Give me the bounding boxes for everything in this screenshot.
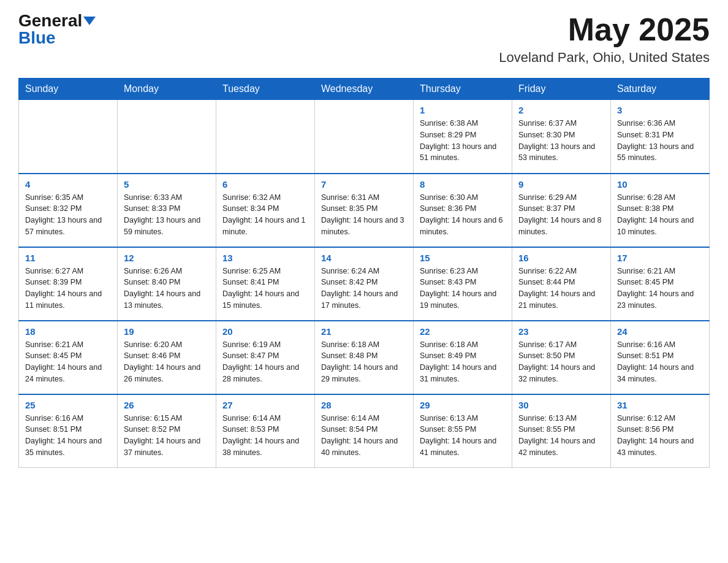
day-number: 7 [321, 179, 407, 190]
calendar-cell: 18Sunrise: 6:21 AM Sunset: 8:45 PM Dayli… [19, 321, 118, 394]
calendar-cell: 22Sunrise: 6:18 AM Sunset: 8:49 PM Dayli… [414, 321, 512, 394]
calendar-cell: 5Sunrise: 6:33 AM Sunset: 8:33 PM Daylig… [118, 174, 216, 247]
calendar-cell: 24Sunrise: 6:16 AM Sunset: 8:51 PM Dayli… [611, 321, 710, 394]
day-number: 11 [25, 253, 111, 263]
day-number: 30 [518, 400, 604, 410]
logo-general-text: General [18, 12, 82, 29]
calendar-week-row: 1Sunrise: 6:38 AM Sunset: 8:29 PM Daylig… [19, 100, 710, 174]
calendar-cell: 25Sunrise: 6:16 AM Sunset: 8:51 PM Dayli… [19, 394, 118, 468]
day-number: 4 [25, 179, 111, 190]
month-title: May 2025 [499, 12, 710, 47]
day-info: Sunrise: 6:17 AM Sunset: 8:50 PM Dayligh… [518, 339, 604, 385]
day-info: Sunrise: 6:14 AM Sunset: 8:53 PM Dayligh… [222, 413, 308, 459]
calendar-cell: 9Sunrise: 6:29 AM Sunset: 8:37 PM Daylig… [512, 174, 611, 247]
calendar-cell: 3Sunrise: 6:36 AM Sunset: 8:31 PM Daylig… [611, 100, 710, 174]
day-number: 21 [321, 326, 407, 337]
day-number: 23 [518, 326, 604, 337]
day-number: 1 [420, 105, 506, 115]
calendar-cell: 4Sunrise: 6:35 AM Sunset: 8:32 PM Daylig… [19, 174, 118, 247]
page-header: General Blue May 2025 Loveland Park, Ohi… [18, 12, 710, 66]
day-number: 13 [222, 253, 308, 263]
day-info: Sunrise: 6:13 AM Sunset: 8:55 PM Dayligh… [420, 413, 506, 459]
calendar-cell: 12Sunrise: 6:26 AM Sunset: 8:40 PM Dayli… [118, 247, 216, 321]
day-number: 26 [124, 400, 210, 410]
calendar-cell: 30Sunrise: 6:13 AM Sunset: 8:55 PM Dayli… [512, 394, 611, 468]
day-info: Sunrise: 6:33 AM Sunset: 8:33 PM Dayligh… [124, 192, 210, 238]
day-info: Sunrise: 6:12 AM Sunset: 8:56 PM Dayligh… [617, 413, 703, 459]
calendar-cell: 23Sunrise: 6:17 AM Sunset: 8:50 PM Dayli… [512, 321, 611, 394]
day-info: Sunrise: 6:26 AM Sunset: 8:40 PM Dayligh… [124, 266, 210, 312]
day-number: 2 [518, 105, 604, 115]
calendar-week-row: 11Sunrise: 6:27 AM Sunset: 8:39 PM Dayli… [19, 247, 710, 321]
calendar-week-row: 25Sunrise: 6:16 AM Sunset: 8:51 PM Dayli… [19, 394, 710, 468]
day-number: 24 [617, 326, 703, 337]
calendar-cell: 13Sunrise: 6:25 AM Sunset: 8:41 PM Dayli… [216, 247, 315, 321]
title-section: May 2025 Loveland Park, Ohio, United Sta… [499, 12, 710, 66]
day-of-week-header: Sunday [19, 79, 118, 100]
logo-triangle-icon [83, 17, 96, 25]
day-info: Sunrise: 6:24 AM Sunset: 8:42 PM Dayligh… [321, 266, 407, 312]
day-number: 22 [420, 326, 506, 337]
calendar-cell [216, 100, 315, 174]
calendar-cell: 19Sunrise: 6:20 AM Sunset: 8:46 PM Dayli… [118, 321, 216, 394]
day-info: Sunrise: 6:29 AM Sunset: 8:37 PM Dayligh… [518, 192, 604, 238]
day-of-week-header: Monday [118, 79, 216, 100]
day-number: 9 [518, 179, 604, 190]
day-number: 25 [25, 400, 111, 410]
day-info: Sunrise: 6:36 AM Sunset: 8:31 PM Dayligh… [617, 118, 703, 164]
day-info: Sunrise: 6:19 AM Sunset: 8:47 PM Dayligh… [222, 339, 308, 385]
day-of-week-header: Tuesday [216, 79, 315, 100]
day-info: Sunrise: 6:18 AM Sunset: 8:49 PM Dayligh… [420, 339, 506, 385]
day-info: Sunrise: 6:37 AM Sunset: 8:30 PM Dayligh… [518, 118, 604, 164]
day-info: Sunrise: 6:14 AM Sunset: 8:54 PM Dayligh… [321, 413, 407, 459]
location-title: Loveland Park, Ohio, United States [499, 50, 710, 66]
day-info: Sunrise: 6:18 AM Sunset: 8:48 PM Dayligh… [321, 339, 407, 385]
day-info: Sunrise: 6:35 AM Sunset: 8:32 PM Dayligh… [25, 192, 111, 238]
calendar-cell [315, 100, 414, 174]
day-info: Sunrise: 6:31 AM Sunset: 8:35 PM Dayligh… [321, 192, 407, 238]
day-number: 16 [518, 253, 604, 263]
logo: General Blue [18, 12, 96, 47]
day-info: Sunrise: 6:30 AM Sunset: 8:36 PM Dayligh… [420, 192, 506, 238]
calendar-cell: 31Sunrise: 6:12 AM Sunset: 8:56 PM Dayli… [611, 394, 710, 468]
day-number: 3 [617, 105, 703, 115]
calendar-cell [19, 100, 118, 174]
day-number: 8 [420, 179, 506, 190]
calendar-table: SundayMondayTuesdayWednesdayThursdayFrid… [18, 78, 710, 468]
calendar-cell: 2Sunrise: 6:37 AM Sunset: 8:30 PM Daylig… [512, 100, 611, 174]
day-number: 10 [617, 179, 703, 190]
day-number: 5 [124, 179, 210, 190]
day-info: Sunrise: 6:21 AM Sunset: 8:45 PM Dayligh… [617, 266, 703, 312]
day-of-week-header: Saturday [611, 79, 710, 100]
day-of-week-header: Thursday [414, 79, 512, 100]
day-number: 18 [25, 326, 111, 337]
day-number: 12 [124, 253, 210, 263]
calendar-cell: 26Sunrise: 6:15 AM Sunset: 8:52 PM Dayli… [118, 394, 216, 468]
calendar-cell: 28Sunrise: 6:14 AM Sunset: 8:54 PM Dayli… [315, 394, 414, 468]
day-info: Sunrise: 6:20 AM Sunset: 8:46 PM Dayligh… [124, 339, 210, 385]
day-info: Sunrise: 6:16 AM Sunset: 8:51 PM Dayligh… [25, 413, 111, 459]
day-of-week-header: Friday [512, 79, 611, 100]
calendar-cell: 15Sunrise: 6:23 AM Sunset: 8:43 PM Dayli… [414, 247, 512, 321]
calendar-cell: 21Sunrise: 6:18 AM Sunset: 8:48 PM Dayli… [315, 321, 414, 394]
calendar-cell: 17Sunrise: 6:21 AM Sunset: 8:45 PM Dayli… [611, 247, 710, 321]
calendar-cell: 27Sunrise: 6:14 AM Sunset: 8:53 PM Dayli… [216, 394, 315, 468]
logo-blue-text: Blue [18, 29, 56, 47]
calendar-cell: 6Sunrise: 6:32 AM Sunset: 8:34 PM Daylig… [216, 174, 315, 247]
day-of-week-header: Wednesday [315, 79, 414, 100]
calendar-cell: 10Sunrise: 6:28 AM Sunset: 8:38 PM Dayli… [611, 174, 710, 247]
calendar-header-row: SundayMondayTuesdayWednesdayThursdayFrid… [19, 79, 710, 100]
day-info: Sunrise: 6:21 AM Sunset: 8:45 PM Dayligh… [25, 339, 111, 385]
day-number: 17 [617, 253, 703, 263]
calendar-week-row: 4Sunrise: 6:35 AM Sunset: 8:32 PM Daylig… [19, 174, 710, 247]
calendar-week-row: 18Sunrise: 6:21 AM Sunset: 8:45 PM Dayli… [19, 321, 710, 394]
calendar-cell: 20Sunrise: 6:19 AM Sunset: 8:47 PM Dayli… [216, 321, 315, 394]
day-info: Sunrise: 6:38 AM Sunset: 8:29 PM Dayligh… [420, 118, 506, 164]
day-number: 29 [420, 400, 506, 410]
day-info: Sunrise: 6:32 AM Sunset: 8:34 PM Dayligh… [222, 192, 308, 238]
day-info: Sunrise: 6:25 AM Sunset: 8:41 PM Dayligh… [222, 266, 308, 312]
calendar-cell: 16Sunrise: 6:22 AM Sunset: 8:44 PM Dayli… [512, 247, 611, 321]
day-number: 14 [321, 253, 407, 263]
day-number: 28 [321, 400, 407, 410]
calendar-cell: 1Sunrise: 6:38 AM Sunset: 8:29 PM Daylig… [414, 100, 512, 174]
